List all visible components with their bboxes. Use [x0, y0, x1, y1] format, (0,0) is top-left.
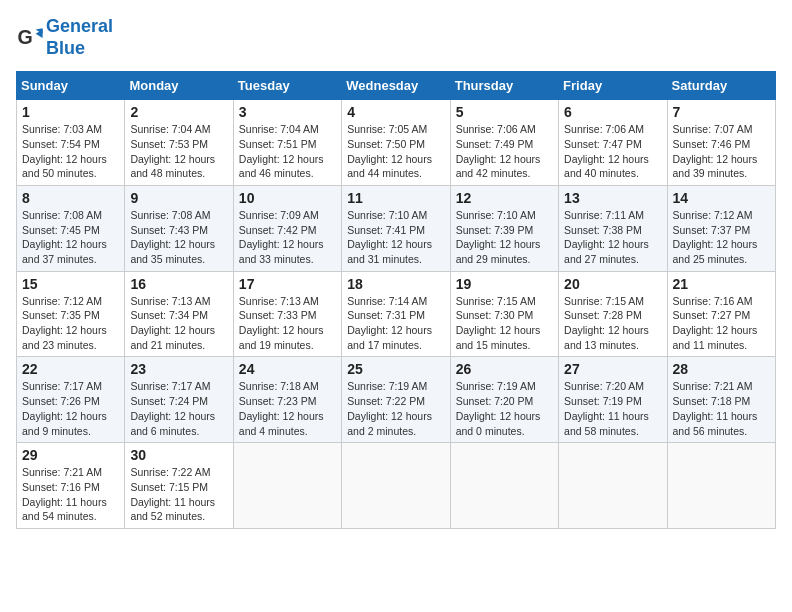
calendar-cell: 5Sunrise: 7:06 AM Sunset: 7:49 PM Daylig…	[450, 100, 558, 186]
calendar-cell: 12Sunrise: 7:10 AM Sunset: 7:39 PM Dayli…	[450, 185, 558, 271]
day-info: Sunrise: 7:14 AM Sunset: 7:31 PM Dayligh…	[347, 294, 444, 353]
calendar-cell: 24Sunrise: 7:18 AM Sunset: 7:23 PM Dayli…	[233, 357, 341, 443]
day-number: 27	[564, 361, 661, 377]
svg-text:G: G	[17, 25, 32, 47]
day-info: Sunrise: 7:05 AM Sunset: 7:50 PM Dayligh…	[347, 122, 444, 181]
calendar-week-5: 29Sunrise: 7:21 AM Sunset: 7:16 PM Dayli…	[17, 443, 776, 529]
day-info: Sunrise: 7:12 AM Sunset: 7:37 PM Dayligh…	[673, 208, 770, 267]
calendar-cell: 16Sunrise: 7:13 AM Sunset: 7:34 PM Dayli…	[125, 271, 233, 357]
calendar-week-1: 1Sunrise: 7:03 AM Sunset: 7:54 PM Daylig…	[17, 100, 776, 186]
calendar-week-2: 8Sunrise: 7:08 AM Sunset: 7:45 PM Daylig…	[17, 185, 776, 271]
calendar-cell: 25Sunrise: 7:19 AM Sunset: 7:22 PM Dayli…	[342, 357, 450, 443]
day-info: Sunrise: 7:08 AM Sunset: 7:43 PM Dayligh…	[130, 208, 227, 267]
calendar-cell	[342, 443, 450, 529]
calendar-table: SundayMondayTuesdayWednesdayThursdayFrid…	[16, 71, 776, 529]
day-number: 7	[673, 104, 770, 120]
day-number: 25	[347, 361, 444, 377]
day-info: Sunrise: 7:09 AM Sunset: 7:42 PM Dayligh…	[239, 208, 336, 267]
day-info: Sunrise: 7:20 AM Sunset: 7:19 PM Dayligh…	[564, 379, 661, 438]
day-info: Sunrise: 7:08 AM Sunset: 7:45 PM Dayligh…	[22, 208, 119, 267]
day-number: 30	[130, 447, 227, 463]
day-info: Sunrise: 7:17 AM Sunset: 7:24 PM Dayligh…	[130, 379, 227, 438]
day-number: 6	[564, 104, 661, 120]
day-number: 22	[22, 361, 119, 377]
calendar-cell: 14Sunrise: 7:12 AM Sunset: 7:37 PM Dayli…	[667, 185, 775, 271]
calendar-cell: 4Sunrise: 7:05 AM Sunset: 7:50 PM Daylig…	[342, 100, 450, 186]
header-thursday: Thursday	[450, 72, 558, 100]
calendar-cell: 18Sunrise: 7:14 AM Sunset: 7:31 PM Dayli…	[342, 271, 450, 357]
day-info: Sunrise: 7:07 AM Sunset: 7:46 PM Dayligh…	[673, 122, 770, 181]
day-number: 20	[564, 276, 661, 292]
calendar-cell: 11Sunrise: 7:10 AM Sunset: 7:41 PM Dayli…	[342, 185, 450, 271]
logo-text-line1: General	[46, 16, 113, 38]
day-info: Sunrise: 7:06 AM Sunset: 7:47 PM Dayligh…	[564, 122, 661, 181]
calendar-cell: 1Sunrise: 7:03 AM Sunset: 7:54 PM Daylig…	[17, 100, 125, 186]
calendar-cell	[559, 443, 667, 529]
day-info: Sunrise: 7:21 AM Sunset: 7:16 PM Dayligh…	[22, 465, 119, 524]
day-number: 17	[239, 276, 336, 292]
day-number: 1	[22, 104, 119, 120]
day-number: 4	[347, 104, 444, 120]
header-friday: Friday	[559, 72, 667, 100]
calendar-cell: 10Sunrise: 7:09 AM Sunset: 7:42 PM Dayli…	[233, 185, 341, 271]
calendar-cell: 2Sunrise: 7:04 AM Sunset: 7:53 PM Daylig…	[125, 100, 233, 186]
calendar-cell: 6Sunrise: 7:06 AM Sunset: 7:47 PM Daylig…	[559, 100, 667, 186]
calendar-cell: 23Sunrise: 7:17 AM Sunset: 7:24 PM Dayli…	[125, 357, 233, 443]
logo-text-line2: Blue	[46, 38, 113, 60]
day-info: Sunrise: 7:13 AM Sunset: 7:34 PM Dayligh…	[130, 294, 227, 353]
calendar-cell: 19Sunrise: 7:15 AM Sunset: 7:30 PM Dayli…	[450, 271, 558, 357]
day-info: Sunrise: 7:17 AM Sunset: 7:26 PM Dayligh…	[22, 379, 119, 438]
day-info: Sunrise: 7:16 AM Sunset: 7:27 PM Dayligh…	[673, 294, 770, 353]
calendar-cell	[233, 443, 341, 529]
calendar-cell: 9Sunrise: 7:08 AM Sunset: 7:43 PM Daylig…	[125, 185, 233, 271]
calendar-week-4: 22Sunrise: 7:17 AM Sunset: 7:26 PM Dayli…	[17, 357, 776, 443]
calendar-cell: 8Sunrise: 7:08 AM Sunset: 7:45 PM Daylig…	[17, 185, 125, 271]
day-number: 24	[239, 361, 336, 377]
calendar-cell: 28Sunrise: 7:21 AM Sunset: 7:18 PM Dayli…	[667, 357, 775, 443]
calendar-cell: 26Sunrise: 7:19 AM Sunset: 7:20 PM Dayli…	[450, 357, 558, 443]
header-tuesday: Tuesday	[233, 72, 341, 100]
day-info: Sunrise: 7:21 AM Sunset: 7:18 PM Dayligh…	[673, 379, 770, 438]
day-number: 16	[130, 276, 227, 292]
calendar-cell: 7Sunrise: 7:07 AM Sunset: 7:46 PM Daylig…	[667, 100, 775, 186]
day-number: 19	[456, 276, 553, 292]
day-info: Sunrise: 7:12 AM Sunset: 7:35 PM Dayligh…	[22, 294, 119, 353]
calendar-header-row: SundayMondayTuesdayWednesdayThursdayFrid…	[17, 72, 776, 100]
header-sunday: Sunday	[17, 72, 125, 100]
day-number: 2	[130, 104, 227, 120]
day-number: 8	[22, 190, 119, 206]
day-info: Sunrise: 7:10 AM Sunset: 7:39 PM Dayligh…	[456, 208, 553, 267]
day-number: 3	[239, 104, 336, 120]
calendar-cell	[450, 443, 558, 529]
calendar-cell: 21Sunrise: 7:16 AM Sunset: 7:27 PM Dayli…	[667, 271, 775, 357]
day-number: 13	[564, 190, 661, 206]
calendar-cell: 15Sunrise: 7:12 AM Sunset: 7:35 PM Dayli…	[17, 271, 125, 357]
day-info: Sunrise: 7:03 AM Sunset: 7:54 PM Dayligh…	[22, 122, 119, 181]
logo: G General Blue	[16, 16, 113, 59]
header-saturday: Saturday	[667, 72, 775, 100]
calendar-week-3: 15Sunrise: 7:12 AM Sunset: 7:35 PM Dayli…	[17, 271, 776, 357]
day-info: Sunrise: 7:15 AM Sunset: 7:30 PM Dayligh…	[456, 294, 553, 353]
day-info: Sunrise: 7:11 AM Sunset: 7:38 PM Dayligh…	[564, 208, 661, 267]
header-monday: Monday	[125, 72, 233, 100]
day-info: Sunrise: 7:22 AM Sunset: 7:15 PM Dayligh…	[130, 465, 227, 524]
day-info: Sunrise: 7:04 AM Sunset: 7:53 PM Dayligh…	[130, 122, 227, 181]
calendar-cell	[667, 443, 775, 529]
day-number: 11	[347, 190, 444, 206]
day-info: Sunrise: 7:19 AM Sunset: 7:20 PM Dayligh…	[456, 379, 553, 438]
day-number: 21	[673, 276, 770, 292]
day-number: 28	[673, 361, 770, 377]
day-number: 12	[456, 190, 553, 206]
day-number: 29	[22, 447, 119, 463]
calendar-cell: 17Sunrise: 7:13 AM Sunset: 7:33 PM Dayli…	[233, 271, 341, 357]
day-number: 5	[456, 104, 553, 120]
day-info: Sunrise: 7:10 AM Sunset: 7:41 PM Dayligh…	[347, 208, 444, 267]
calendar-cell: 30Sunrise: 7:22 AM Sunset: 7:15 PM Dayli…	[125, 443, 233, 529]
logo-icon: G	[16, 24, 44, 52]
day-info: Sunrise: 7:04 AM Sunset: 7:51 PM Dayligh…	[239, 122, 336, 181]
day-info: Sunrise: 7:06 AM Sunset: 7:49 PM Dayligh…	[456, 122, 553, 181]
day-info: Sunrise: 7:15 AM Sunset: 7:28 PM Dayligh…	[564, 294, 661, 353]
day-number: 23	[130, 361, 227, 377]
calendar-cell: 27Sunrise: 7:20 AM Sunset: 7:19 PM Dayli…	[559, 357, 667, 443]
page-header: G General Blue	[16, 16, 776, 59]
